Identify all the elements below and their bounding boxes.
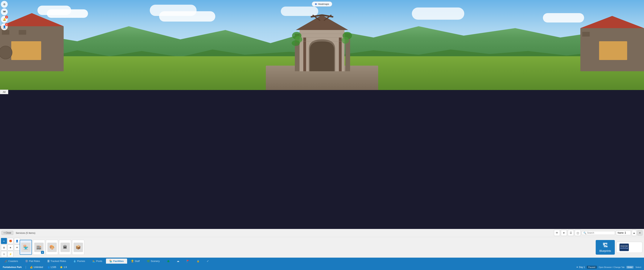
close-x-button[interactable]: ✕ <box>637 230 642 235</box>
item-card-3[interactable]: 🎨 <box>46 240 58 255</box>
sidebar-info-btn[interactable]: ℹ <box>1 251 7 257</box>
visitors-value: 1,535 <box>50 266 56 268</box>
svg-point-27 <box>342 37 349 44</box>
svg-rect-6 <box>6 36 13 40</box>
tab-tracked-rides[interactable]: 🛤 Tracked Rides <box>44 258 70 264</box>
tab-extra-flag[interactable]: 🚩 <box>183 258 193 264</box>
search-box: 🔍 <box>582 231 615 235</box>
svg-point-7 <box>0 46 12 59</box>
sidebar-grid-btn[interactable]: ⊞ <box>1 244 7 250</box>
svg-rect-20 <box>339 38 342 71</box>
cloud <box>543 13 584 23</box>
tab-staff[interactable]: 👷 Staff <box>128 258 143 264</box>
svg-point-25 <box>292 40 300 46</box>
frontier-workshop-button[interactable]: FRONTIER workshop <box>616 242 642 253</box>
content-row: ∞ 🎁 👤 ⊞ ★ 👁 ℹ ⚡ 🏪 🏬 2 🎨 🏛 <box>0 237 644 258</box>
overlay-icon-btn[interactable]: ◫ <box>575 230 581 236</box>
frontier-workshop-logo: FRONTIER workshop <box>620 243 629 251</box>
services-label: Services (5 Items) <box>14 232 284 234</box>
staff-icon: 👷 <box>131 260 134 262</box>
tab-extra-mountain[interactable]: ⛰ <box>174 258 183 264</box>
sort-dropdown[interactable]: Name ▲ ▼ <box>616 231 631 235</box>
item-icon-4: 🏛 <box>60 243 70 252</box>
rating-value: 1.9 <box>64 266 67 268</box>
sort-up-btn[interactable]: ▲ <box>632 230 636 236</box>
scenery-icon: 🌿 <box>147 260 150 262</box>
svg-rect-10 <box>599 41 627 60</box>
status-bar: Fantabulous Park | 💰 Unlimited 👥 1,535 ⭐… <box>0 264 644 270</box>
sidebar-lightning-btn[interactable]: ⚡ <box>8 251 14 257</box>
facilities-icon: 🏪 <box>109 260 112 262</box>
item-icon-5: 📦 <box>74 243 83 252</box>
center-building <box>284 0 360 71</box>
item-card-5[interactable]: 📦 <box>72 240 84 255</box>
heart-icon-btn[interactable]: ♥ <box>561 230 567 236</box>
map-icon-btn[interactable]: 🗺 <box>1 9 8 15</box>
people-icon-btn[interactable]: 👤 2 <box>1 24 8 30</box>
flat-rides-icon: 🎡 <box>25 260 28 262</box>
item-icon-2: 🏬 <box>34 243 44 252</box>
game-viewport <box>0 0 644 90</box>
item-card-1[interactable]: 🏪 <box>20 240 32 255</box>
cloud <box>412 8 464 20</box>
sidebar-infinity-btn[interactable]: ∞ <box>1 238 7 244</box>
heatmaps-dot <box>315 3 317 5</box>
tab-flat-rides[interactable]: 🎡 Flat Rides <box>22 258 44 264</box>
close-button[interactable]: < Close <box>2 231 13 235</box>
pools-icon: 🏊 <box>92 260 95 262</box>
notification-badge: 1 <box>5 16 8 19</box>
rating-icon: ⭐ <box>60 266 63 268</box>
park-name: Fantabulous Park <box>3 266 22 268</box>
list-icon-btn[interactable]: ☰ <box>568 230 574 236</box>
star-icon: ✦ <box>576 266 578 268</box>
blueprints-button[interactable]: 🏗 Blueprints <box>596 240 615 255</box>
item-badge-2: 2 <box>41 251 44 254</box>
day-item: ✦ Day 1 <box>576 266 585 268</box>
sidebar-star-btn[interactable]: ★ <box>8 244 14 250</box>
key-select-label: Select <box>636 266 641 268</box>
bottom-right-status: ✦ Day 1 Paused Open Browser / Change Tab… <box>576 266 641 269</box>
search-icon: 🔍 <box>583 232 586 234</box>
svg-rect-11 <box>582 32 590 37</box>
tab-facilities[interactable]: 🏪 Facilities <box>106 258 127 264</box>
svg-marker-9 <box>580 16 644 28</box>
settings-icon-btn[interactable]: ⚙ <box>1 1 8 8</box>
right-action-panel: 🏗 Blueprints FRONTIER workshop <box>578 237 644 258</box>
items-area: 🏪 🏬 2 🎨 🏛 📦 <box>19 237 578 258</box>
tab-flumes[interactable]: 💧 Flumes <box>70 258 88 264</box>
svg-rect-5 <box>19 30 26 35</box>
svg-rect-3 <box>2 30 9 35</box>
right-building <box>580 15 644 71</box>
sort-arrows-icon: ▲ ▼ <box>624 231 626 234</box>
tab-extra-tree[interactable]: 🌲 <box>164 258 173 264</box>
view-icon-btn[interactable]: 👁 <box>554 230 560 236</box>
tracked-rides-icon: 🛤 <box>47 260 50 262</box>
svg-marker-14 <box>296 15 348 30</box>
left-icons-panel: ∞ 🎁 👤 ⊞ ★ 👁 ℹ ⚡ <box>0 237 19 258</box>
coasters-icon: 🎢 <box>4 260 7 262</box>
rating-item: ⭐ 1.9 <box>60 266 67 268</box>
svg-marker-1 <box>0 13 64 26</box>
blueprints-icon: 🏗 <box>603 242 608 248</box>
notifications-icon-btn[interactable]: 🔔 1 <box>1 16 8 23</box>
search-input[interactable] <box>587 232 613 234</box>
tab-coasters[interactable]: 🎢 Coasters <box>1 258 21 264</box>
tab-scenery[interactable]: 🌿 Scenery <box>144 258 163 264</box>
visitors-icon: 👥 <box>47 266 50 268</box>
cloud <box>159 11 215 22</box>
sidebar-gift-btn[interactable]: 🎁 <box>8 238 14 244</box>
tab-pools[interactable]: 🏊 Pools <box>89 258 106 264</box>
svg-rect-19 <box>303 38 306 71</box>
budget-value: Unlimited <box>34 266 43 268</box>
tab-extra-lock[interactable]: 🔒 <box>193 258 203 264</box>
budget-item: 💰 Unlimited <box>30 266 43 268</box>
heatmaps-button[interactable]: Heatmaps <box>312 2 332 7</box>
park-name-item: Fantabulous Park <box>3 266 22 268</box>
item-card-2[interactable]: 🏬 2 <box>33 240 45 255</box>
ui-panel: < Close Services (5 Items) 👁 ♥ ☰ ◫ 🔍 Nam… <box>0 229 644 270</box>
left-building <box>0 11 68 71</box>
tab-extra-expand[interactable]: ⤢ <box>203 258 212 264</box>
all-tab[interactable]: All <box>0 90 8 94</box>
item-card-4[interactable]: 🏛 <box>59 240 71 255</box>
people-badge: 2 <box>5 23 8 26</box>
